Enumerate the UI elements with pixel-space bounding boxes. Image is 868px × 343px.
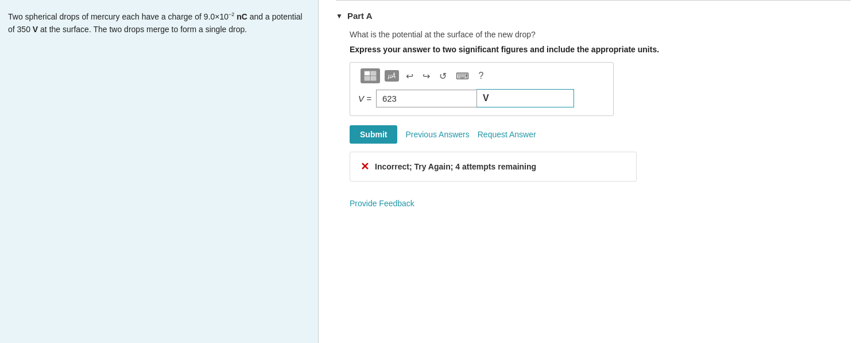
submit-button[interactable]: Submit xyxy=(350,125,397,144)
undo-button[interactable]: ↩ xyxy=(404,70,416,83)
incorrect-icon: ✕ xyxy=(361,160,369,173)
grid-icon xyxy=(364,71,377,81)
request-answer-link[interactable]: Request Answer xyxy=(478,130,536,139)
input-row: V = xyxy=(358,89,605,107)
mu-button[interactable]: μÅ xyxy=(385,70,399,82)
problem-text: Two spherical drops of mercury each have… xyxy=(8,10,308,36)
question-instruction: Express your answer to two significant f… xyxy=(350,45,851,54)
redo-button[interactable]: ↪ xyxy=(420,70,432,83)
provide-feedback-link[interactable]: Provide Feedback xyxy=(350,199,414,208)
chevron-icon[interactable]: ▼ xyxy=(336,12,343,20)
part-title: Part A xyxy=(347,11,373,21)
svg-rect-1 xyxy=(371,71,376,75)
question-text: What is the potential at the surface of … xyxy=(350,30,851,39)
svg-rect-0 xyxy=(365,71,370,75)
right-panel: ▼ Part A What is the potential at the su… xyxy=(319,0,868,343)
part-header: ▼ Part A xyxy=(336,11,851,21)
top-divider xyxy=(336,0,851,1)
previous-answers-link[interactable]: Previous Answers xyxy=(405,130,469,139)
grid-button[interactable] xyxy=(361,68,380,83)
feedback-message: Incorrect; Try Again; 4 attempts remaini… xyxy=(375,162,536,171)
variable-label: V = xyxy=(358,94,371,103)
help-button[interactable]: ? xyxy=(476,70,486,82)
answer-container: μÅ ↩ ↪ ↺ ⌨ ? V = xyxy=(350,62,614,116)
math-toolbar: μÅ ↩ ↪ ↺ ⌨ ? xyxy=(358,68,605,83)
submit-row: Submit Previous Answers Request Answer xyxy=(350,125,851,144)
value-input[interactable] xyxy=(376,90,476,107)
mu-label: μÅ xyxy=(388,72,396,79)
svg-rect-2 xyxy=(365,76,370,80)
keyboard-button[interactable]: ⌨ xyxy=(454,70,471,83)
unit-input[interactable] xyxy=(476,89,574,107)
feedback-box: ✕ Incorrect; Try Again; 4 attempts remai… xyxy=(350,152,637,182)
svg-rect-3 xyxy=(371,76,376,80)
reset-button[interactable]: ↺ xyxy=(437,70,449,83)
problem-statement: Two spherical drops of mercury each have… xyxy=(0,0,319,343)
